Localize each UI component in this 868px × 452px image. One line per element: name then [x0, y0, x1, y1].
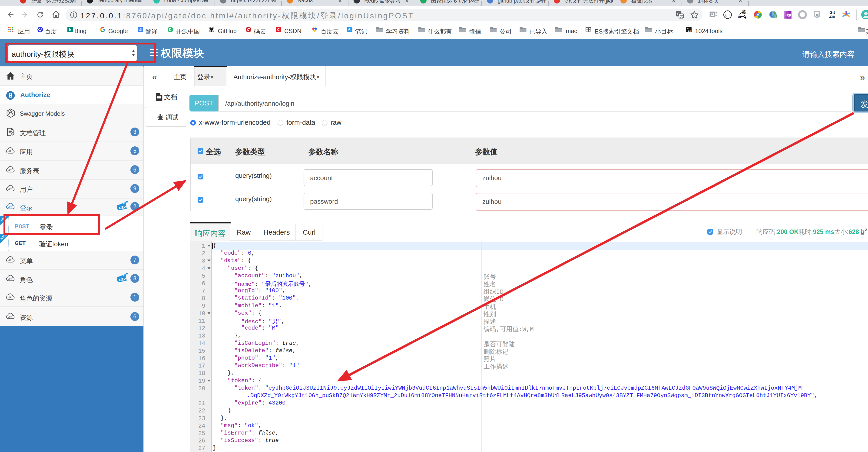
svg-text:英: 英	[742, 10, 746, 15]
svg-text:RP: RP	[786, 13, 791, 17]
svg-text:API: API	[8, 169, 12, 172]
svg-text:API: API	[8, 150, 12, 153]
svg-text:API: API	[8, 259, 12, 262]
svg-text:API: API	[8, 188, 12, 190]
svg-text:{...}: {...}	[725, 13, 732, 17]
svg-text:b: b	[69, 28, 71, 32]
svg-text:API: API	[8, 316, 12, 318]
svg-text:译: 译	[138, 28, 142, 32]
svg-text:API: API	[8, 278, 12, 280]
svg-text:API: API	[8, 206, 12, 208]
svg-text:A: A	[10, 110, 11, 112]
svg-text:24: 24	[688, 30, 691, 32]
svg-text:文: 文	[680, 15, 683, 18]
svg-text:API: API	[8, 296, 12, 299]
svg-text:10: 10	[687, 27, 689, 30]
